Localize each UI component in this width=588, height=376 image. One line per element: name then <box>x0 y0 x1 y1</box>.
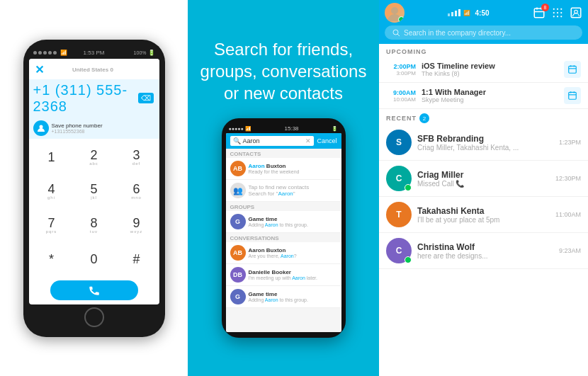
contact-info: Aaron Buxton Ready for the weekend <box>249 163 337 174</box>
upcoming-section-title: UPCOMING <box>379 44 588 57</box>
recent-name-christina: Christina Wolf <box>417 242 553 252</box>
call-button[interactable] <box>50 280 138 300</box>
groups-section-header: Groups <box>226 202 341 211</box>
conv-danielle-status: I'm meeting up with Aaron later. <box>249 275 337 280</box>
recent-section-title: RECENT 2 <box>379 109 588 125</box>
svg-point-9 <box>553 12 555 13</box>
conv-danielle-name: Danielle Booker <box>249 269 337 275</box>
svg-point-12 <box>553 16 555 17</box>
svg-point-0 <box>39 125 43 128</box>
upcoming-sub-2: Skype Meeting <box>422 96 564 103</box>
recent-item-christina[interactable]: C Christina Wolf here are the designs...… <box>379 233 588 269</box>
dialer-section: 📶 1:53 PM 100% 🔋 ✕ United States 0 <box>0 0 188 376</box>
contact-name: Aaron Buxton <box>249 163 337 169</box>
upcoming-label: UPCOMING <box>386 48 427 55</box>
search-cancel-button[interactable]: Cancel <box>317 137 337 144</box>
conv-game-name: Game time <box>249 291 337 297</box>
key-4[interactable]: 4ghi <box>30 174 73 208</box>
phone-screen: ✕ United States 0 +1 (311) 555-2368 ⌫ <box>29 59 159 304</box>
search-placeholder: Search in the company directory... <box>404 29 511 37</box>
key-0[interactable]: 0 <box>73 242 115 276</box>
main-content: UPCOMING 2:00PM 3:00PM iOS Timeline revi… <box>379 44 588 376</box>
find-label: Tap to find new contacts <box>249 184 310 190</box>
calendar-icon-container[interactable]: 8 <box>533 6 545 19</box>
contacts-icon-container[interactable] <box>570 6 582 19</box>
contact-avatar: AB <box>230 161 246 176</box>
recent-item-sfb[interactable]: S SFB Rebranding Criag Miller, Takahashi… <box>379 125 588 161</box>
phone-time: 1:53 PM <box>84 50 105 56</box>
svg-line-18 <box>397 34 400 36</box>
search-bar: 🔍 Aaron ✕ Cancel <box>226 133 341 149</box>
upcoming-item-1[interactable]: 2:00PM 3:00PM iOS Timeline review The Ki… <box>379 57 588 83</box>
close-button[interactable]: ✕ <box>35 63 44 76</box>
home-button[interactable] <box>84 307 104 327</box>
key-3[interactable]: 3def <box>115 140 158 174</box>
key-star[interactable]: * <box>30 242 73 276</box>
svg-point-14 <box>560 16 562 17</box>
key-5[interactable]: 5jkl <box>73 174 115 208</box>
conv-info: Aaron Buxton Are you there, Aaron? <box>249 247 337 258</box>
save-number-row[interactable]: Save phone number +13115552368 <box>29 118 159 139</box>
key-6[interactable]: 6mno <box>115 174 158 208</box>
conv-aaron[interactable]: AB Aaron Buxton Are you there, Aaron? <box>226 242 341 264</box>
group-name: Game time <box>249 216 337 222</box>
key-1[interactable]: 1 <box>30 140 73 174</box>
recent-name-sfb: SFB Rebranding <box>417 134 553 144</box>
missed-call-icon: 📞 <box>456 180 464 188</box>
country-selector[interactable]: United States 0 <box>44 66 142 73</box>
find-new-contacts[interactable]: 👥 Tap to find new contacts Search for "A… <box>226 180 341 202</box>
recent-item-criag[interactable]: C Criag Miller Missed Call 📞 12:30PM <box>379 161 588 197</box>
upcoming-item-2[interactable]: 9:00AM 10:00AM 1:1 With Manager Skype Me… <box>379 83 588 109</box>
group-avatar: G <box>230 214 246 229</box>
recent-avatar-sfb: S <box>386 130 412 155</box>
key-hash[interactable]: # <box>115 242 158 276</box>
conv-danielle-avatar: DB <box>230 267 246 283</box>
conv-avatar: AB <box>230 245 246 261</box>
svg-point-16 <box>575 10 578 13</box>
calendar-badge: 8 <box>541 4 549 11</box>
online-status-badge-2 <box>405 256 412 263</box>
delete-button[interactable]: ⌫ <box>138 93 154 103</box>
recent-info-christina: Christina Wolf here are the designs... <box>417 242 553 260</box>
group-game-time[interactable]: G Game time Adding Aaron to this group. <box>226 211 341 233</box>
android-statusbar: ●●●●● 📶 15:38 🔋 <box>226 125 341 132</box>
number-display: +1 (311) 555-2368 ⌫ <box>29 79 159 118</box>
search-clear-icon[interactable]: ✕ <box>305 137 311 144</box>
conv-danielle-info: Danielle Booker I'm meeting up with Aaro… <box>249 269 337 280</box>
upcoming-info-1: iOS Timeline review The Kinks (8) <box>422 62 564 77</box>
conv-game-avatar: G <box>230 289 246 304</box>
key-9[interactable]: 9wxyz <box>115 208 158 242</box>
key-8[interactable]: 8tuv <box>73 208 115 242</box>
upcoming-sub-1: The Kinks (8) <box>422 70 564 77</box>
signal-bars <box>448 9 460 16</box>
find-icon: 👥 <box>230 183 246 198</box>
recent-msg-takahashi: I'll be at your place at 5pm <box>417 216 531 224</box>
contact-aaron-buxton[interactable]: AB Aaron Buxton Ready for the weekend <box>226 158 341 180</box>
dialer-header: ✕ United States 0 <box>29 59 159 79</box>
recent-item-takahashi[interactable]: T Takahashi Kenta I'll be at your place … <box>379 197 588 233</box>
recent-name-criag: Criag Miller <box>417 170 550 180</box>
recent-avatar-takahashi: T <box>386 202 412 227</box>
conv-danielle[interactable]: DB Danielle Booker I'm meeting up with A… <box>226 264 341 286</box>
keypad-icon <box>551 6 564 19</box>
recent-time-criag: 12:30PM <box>555 175 581 182</box>
user-avatar[interactable] <box>385 3 405 23</box>
search-input[interactable]: 🔍 Aaron ✕ <box>230 136 315 146</box>
key-7[interactable]: 7pqrs <box>30 208 73 242</box>
key-2[interactable]: 2abc <box>73 140 115 174</box>
main-ui-section: 📶 4:50 8 Search in the company directory… <box>379 0 588 376</box>
keypad-icon-container[interactable] <box>551 6 564 19</box>
recent-info-sfb: SFB Rebranding Criag Miller, Takahashi K… <box>417 134 553 152</box>
conv-status: Are you there, Aaron? <box>249 253 337 258</box>
recent-avatar-criag: C <box>386 166 412 191</box>
main-topbar: 📶 4:50 8 <box>379 0 588 25</box>
online-status-badge <box>405 184 412 191</box>
conv-game-info: Game time Adding Aaron to this group. <box>249 291 337 302</box>
save-sub: +13115552368 <box>52 129 103 134</box>
signal-dots: 📶 <box>33 50 67 56</box>
search-headline: Search for friends, groups, conversation… <box>195 38 372 105</box>
conv-game[interactable]: G Game time Adding Aaron to this group. <box>226 286 341 308</box>
upcoming-icon-2 <box>564 87 581 104</box>
upcoming-title-1: iOS Timeline review <box>422 62 564 70</box>
company-search-input[interactable]: Search in the company directory... <box>385 25 582 40</box>
